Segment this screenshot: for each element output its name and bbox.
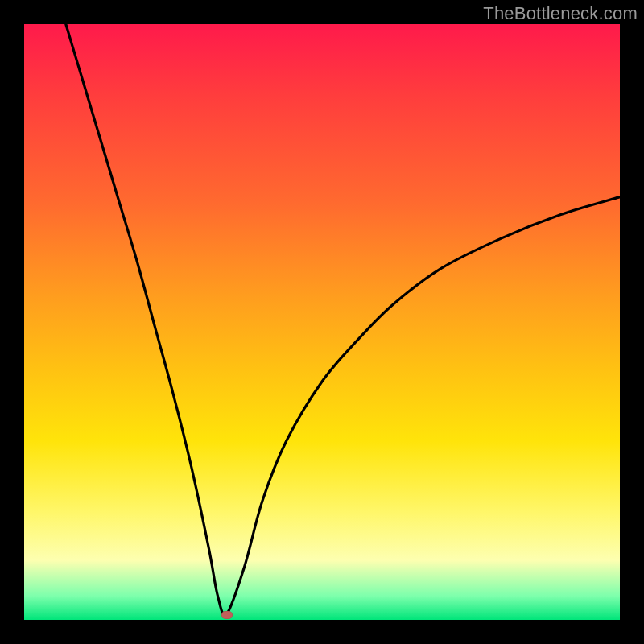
curve-path bbox=[66, 24, 620, 615]
bottleneck-curve bbox=[24, 24, 620, 620]
optimal-marker bbox=[221, 611, 233, 619]
watermark-text: TheBottleneck.com bbox=[483, 3, 638, 24]
plot-area bbox=[24, 24, 620, 620]
chart-stage: TheBottleneck.com bbox=[0, 0, 644, 644]
